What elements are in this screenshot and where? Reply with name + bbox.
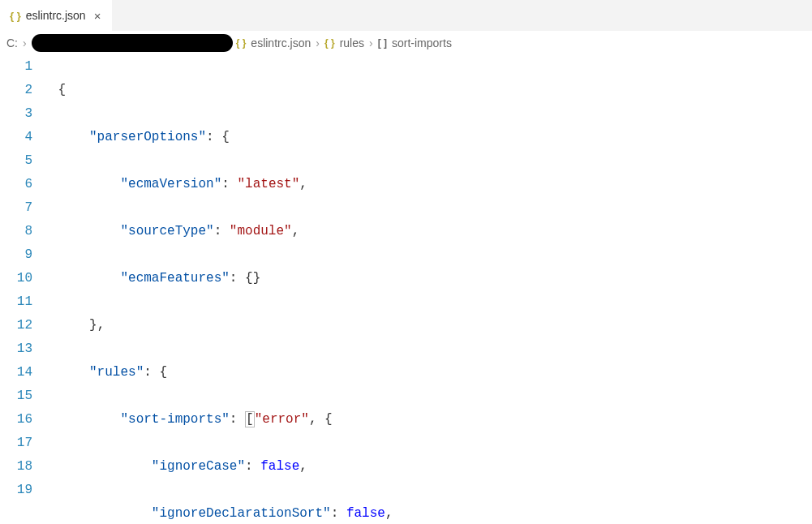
redacted-path	[32, 34, 233, 52]
line-number: 19	[0, 479, 32, 502]
breadcrumb-sortimports[interactable]: sort-imports	[392, 37, 452, 49]
array-icon: [ ]	[378, 37, 387, 49]
line-number: 13	[0, 337, 32, 361]
line-number: 2	[0, 79, 32, 102]
breadcrumb: C: › { } eslintrc.json › { } rules › [ ]…	[0, 31, 812, 55]
line-number: 4	[0, 126, 32, 149]
chevron-right-icon: ›	[369, 37, 373, 49]
tab-bar: { } eslintrc.json ×	[0, 0, 812, 31]
line-number: 11	[0, 290, 32, 314]
json-file-icon: { }	[236, 37, 247, 49]
line-number: 3	[0, 102, 32, 126]
breadcrumb-rules[interactable]: rules	[340, 37, 364, 49]
code-content[interactable]: { "parserOptions": { "ecmaVersion": "lat…	[50, 55, 642, 524]
line-number: 1	[0, 55, 32, 79]
breadcrumb-drive[interactable]: C:	[6, 37, 18, 49]
line-number: 8	[0, 220, 32, 243]
tab-filename: eslintrc.json	[26, 9, 86, 22]
code-editor[interactable]: 1 2 3 4 5 6 7 8 9 10 11 12 13 14 15 16 1…	[0, 55, 812, 524]
close-icon[interactable]: ×	[91, 9, 105, 23]
line-number: 5	[0, 149, 32, 173]
line-number: 15	[0, 384, 32, 408]
line-number: 14	[0, 361, 32, 384]
line-number: 17	[0, 432, 32, 455]
line-number: 12	[0, 314, 32, 337]
line-number: 10	[0, 267, 32, 290]
object-icon: { }	[324, 37, 335, 49]
line-number-gutter: 1 2 3 4 5 6 7 8 9 10 11 12 13 14 15 16 1…	[0, 55, 50, 524]
line-number: 9	[0, 243, 32, 267]
line-number: 16	[0, 408, 32, 432]
editor-tab[interactable]: { } eslintrc.json ×	[0, 0, 112, 31]
breadcrumb-file[interactable]: eslintrc.json	[251, 37, 311, 49]
chevron-right-icon: ›	[23, 37, 27, 49]
chevron-right-icon: ›	[316, 37, 320, 49]
line-number: 6	[0, 173, 32, 196]
line-number: 7	[0, 196, 32, 220]
json-file-icon: { }	[10, 10, 21, 22]
line-number: 18	[0, 455, 32, 479]
